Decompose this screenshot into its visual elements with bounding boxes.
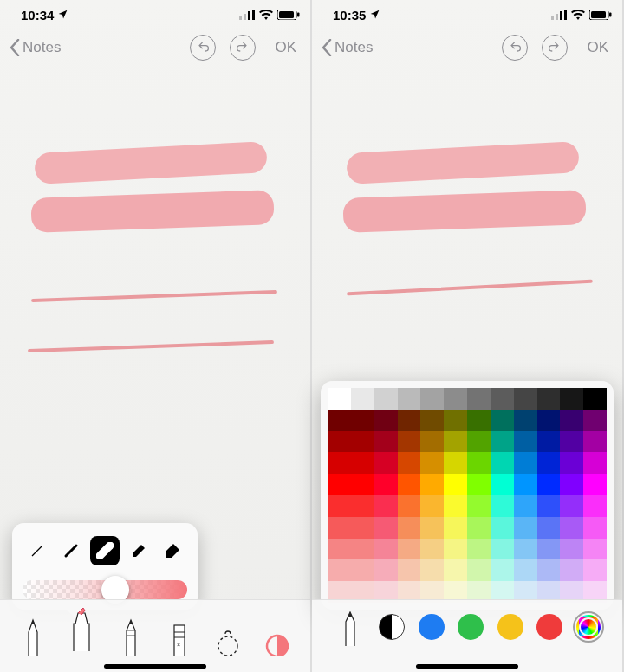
tip-option-chisel[interactable] bbox=[124, 536, 153, 565]
color-swatch[interactable] bbox=[467, 410, 491, 431]
color-swatch[interactable] bbox=[514, 431, 537, 453]
tool-marker[interactable] bbox=[66, 610, 97, 651]
color-swatch[interactable] bbox=[560, 410, 583, 431]
color-swatch[interactable] bbox=[583, 559, 607, 581]
color-swatch[interactable] bbox=[351, 474, 374, 495]
color-swatch[interactable] bbox=[328, 474, 351, 495]
color-swatch[interactable] bbox=[467, 431, 491, 453]
color-swatch[interactable] bbox=[374, 452, 398, 474]
color-swatch[interactable] bbox=[537, 410, 561, 431]
color-swatch[interactable] bbox=[374, 517, 398, 539]
tool-pencil[interactable] bbox=[115, 615, 146, 656]
color-swatch[interactable] bbox=[467, 388, 491, 410]
color-picker-button[interactable] bbox=[576, 615, 601, 639]
color-swatch[interactable] bbox=[467, 559, 491, 581]
color-swatch[interactable] bbox=[583, 474, 607, 495]
color-swatch[interactable] bbox=[491, 452, 514, 474]
tip-option-round[interactable] bbox=[90, 536, 120, 565]
color-swatch[interactable] bbox=[537, 495, 561, 517]
color-swatch[interactable] bbox=[398, 388, 421, 410]
color-swatch[interactable] bbox=[537, 474, 561, 495]
color-red[interactable] bbox=[536, 614, 562, 640]
tool-pencil[interactable] bbox=[335, 608, 366, 646]
color-swatch[interactable] bbox=[444, 495, 467, 517]
color-swatch[interactable] bbox=[491, 495, 514, 517]
color-swatch[interactable] bbox=[537, 517, 561, 539]
ok-button[interactable]: OK bbox=[270, 39, 302, 56]
color-swatch[interactable] bbox=[467, 517, 491, 539]
redo-button[interactable] bbox=[230, 35, 256, 61]
tool-eraser[interactable]: × bbox=[164, 615, 195, 656]
color-swatch[interactable] bbox=[420, 517, 444, 539]
color-swatch[interactable] bbox=[420, 452, 444, 474]
color-swatch[interactable] bbox=[351, 431, 374, 453]
color-swatch[interactable] bbox=[560, 495, 583, 517]
tip-option-broad[interactable] bbox=[158, 536, 187, 565]
color-swatch[interactable] bbox=[444, 452, 467, 474]
color-swatch[interactable] bbox=[420, 474, 444, 495]
color-swatch[interactable] bbox=[444, 559, 467, 581]
color-swatch[interactable] bbox=[560, 452, 583, 474]
color-swatch[interactable] bbox=[351, 495, 374, 517]
color-swatch[interactable] bbox=[374, 539, 398, 560]
color-swatch[interactable] bbox=[420, 559, 444, 581]
color-swatch[interactable] bbox=[560, 559, 583, 581]
color-swatch[interactable] bbox=[537, 559, 561, 581]
color-swatch[interactable] bbox=[374, 559, 398, 581]
color-swatch[interactable] bbox=[444, 517, 467, 539]
color-swatch[interactable] bbox=[491, 388, 514, 410]
color-swatch[interactable] bbox=[328, 452, 351, 474]
tool-lasso[interactable] bbox=[212, 615, 244, 656]
color-swatch[interactable] bbox=[467, 495, 491, 517]
color-swatch[interactable] bbox=[467, 539, 491, 560]
tip-option-thin-angle[interactable] bbox=[23, 536, 52, 565]
color-swatch[interactable] bbox=[514, 517, 537, 539]
color-swatch[interactable] bbox=[351, 452, 374, 474]
color-swatch[interactable] bbox=[398, 474, 421, 495]
color-swatch[interactable] bbox=[351, 388, 374, 410]
color-yellow[interactable] bbox=[497, 614, 523, 640]
color-swatch[interactable] bbox=[398, 495, 421, 517]
color-bw[interactable] bbox=[379, 614, 405, 640]
color-swatch[interactable] bbox=[351, 559, 374, 581]
back-button[interactable]: Notes bbox=[321, 39, 373, 56]
color-swatch[interactable] bbox=[374, 474, 398, 495]
color-swatch[interactable] bbox=[514, 539, 537, 560]
color-swatch[interactable] bbox=[444, 410, 467, 431]
color-swatch[interactable] bbox=[583, 431, 607, 453]
color-swatch[interactable] bbox=[583, 539, 607, 560]
color-swatch[interactable] bbox=[328, 559, 351, 581]
color-swatch[interactable] bbox=[420, 388, 444, 410]
color-swatch[interactable] bbox=[328, 539, 351, 560]
color-swatch[interactable] bbox=[351, 539, 374, 560]
color-swatch[interactable] bbox=[351, 410, 374, 431]
home-indicator[interactable] bbox=[416, 664, 518, 669]
color-swatch[interactable] bbox=[328, 517, 351, 539]
tool-color[interactable] bbox=[262, 615, 293, 656]
color-swatch[interactable] bbox=[537, 388, 561, 410]
color-swatch[interactable] bbox=[328, 410, 351, 431]
color-swatch[interactable] bbox=[583, 517, 607, 539]
color-swatch[interactable] bbox=[560, 539, 583, 560]
color-swatch[interactable] bbox=[491, 517, 514, 539]
color-swatch[interactable] bbox=[444, 474, 467, 495]
color-swatch[interactable] bbox=[328, 388, 351, 410]
color-swatch[interactable] bbox=[398, 517, 421, 539]
color-green[interactable] bbox=[458, 614, 484, 640]
color-swatch[interactable] bbox=[374, 431, 398, 453]
color-swatch[interactable] bbox=[514, 410, 537, 431]
color-swatch[interactable] bbox=[560, 517, 583, 539]
color-swatch[interactable] bbox=[420, 539, 444, 560]
color-swatch[interactable] bbox=[374, 495, 398, 517]
ok-button[interactable]: OK bbox=[582, 39, 614, 56]
color-swatch[interactable] bbox=[328, 431, 351, 453]
tip-option-thin[interactable] bbox=[56, 536, 86, 565]
color-swatch[interactable] bbox=[537, 539, 561, 560]
opacity-slider[interactable] bbox=[23, 580, 187, 599]
color-swatch[interactable] bbox=[467, 474, 491, 495]
color-swatch[interactable] bbox=[583, 410, 607, 431]
color-swatch[interactable] bbox=[560, 474, 583, 495]
color-swatch[interactable] bbox=[420, 431, 444, 453]
color-swatch[interactable] bbox=[491, 559, 514, 581]
color-swatch[interactable] bbox=[583, 495, 607, 517]
